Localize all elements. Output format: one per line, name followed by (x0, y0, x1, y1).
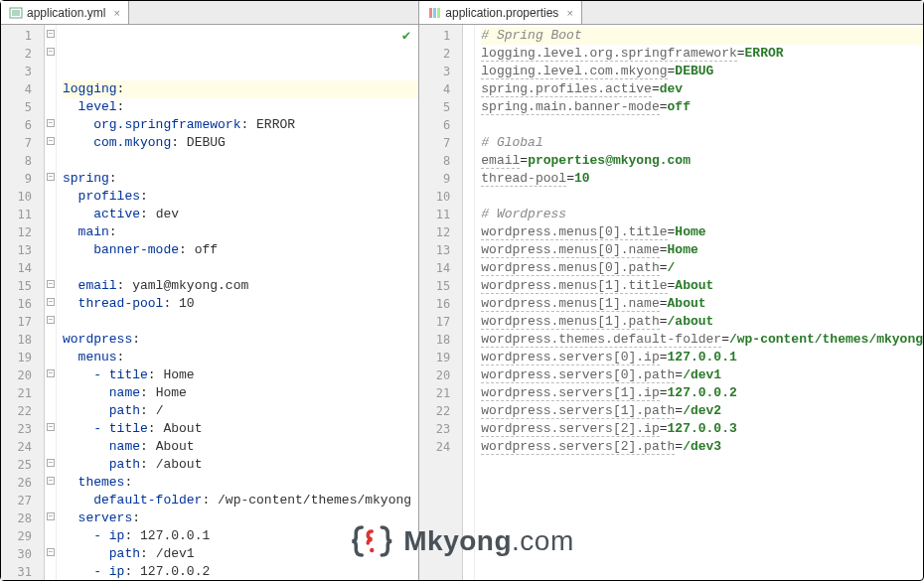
code-line[interactable]: thread-pool=10 (481, 170, 923, 188)
code-line[interactable]: default-folder: /wp-content/themes/mkyon… (63, 492, 418, 509)
code-line[interactable]: logging.level.org.springframework=ERROR (481, 45, 923, 63)
code-line[interactable]: - ip: 127.0.0.2 (63, 563, 418, 580)
code-line[interactable]: themes: (63, 474, 418, 492)
tab-label: application.yml (27, 6, 105, 20)
fold-toggle-icon[interactable]: − (47, 459, 55, 467)
fold-toggle-icon[interactable]: − (47, 30, 55, 38)
yaml-editor[interactable]: 1234567891011121314151617181920212223242… (1, 25, 418, 580)
close-icon[interactable]: × (113, 7, 119, 19)
line-number: 9 (1, 170, 32, 188)
code-line[interactable]: name: Home (63, 384, 418, 402)
code-line[interactable]: wordpress.menus[0].path=/ (481, 259, 923, 277)
code-line[interactable]: logging.level.com.mkyong=DEBUG (481, 63, 923, 80)
fold-toggle-icon[interactable]: − (47, 173, 55, 181)
code-line[interactable]: email=properties@mkyong.com (481, 152, 923, 170)
fold-toggle-icon[interactable]: − (47, 280, 55, 288)
code-line[interactable]: email: yaml@mkyong.com (63, 277, 418, 295)
right-editor-pane: application.properties × 123456789101112… (419, 1, 923, 580)
code-line[interactable]: wordpress: (63, 331, 418, 349)
tab-application-properties[interactable]: application.properties × (419, 1, 582, 24)
line-number: 13 (1, 241, 32, 259)
code-line[interactable]: org.springframework: ERROR (63, 116, 418, 134)
code-line[interactable]: servers: (63, 509, 418, 527)
code-line[interactable]: wordpress.menus[0].name=Home (481, 241, 923, 259)
line-number: 17 (1, 313, 32, 331)
line-number: 16 (419, 295, 450, 313)
code-line[interactable]: # Global (481, 134, 923, 152)
code-line[interactable]: menus: (63, 349, 418, 366)
fold-strip[interactable] (463, 25, 475, 580)
code-line[interactable]: main: (63, 223, 418, 241)
fold-toggle-icon[interactable]: − (47, 137, 55, 145)
code-line[interactable]: wordpress.servers[2].path=/dev3 (481, 438, 923, 456)
code-line[interactable]: level: (63, 98, 418, 116)
fold-strip[interactable]: −−−−−−−−−−−−−− (45, 25, 57, 580)
fold-toggle-icon[interactable]: − (47, 298, 55, 306)
code-line[interactable]: # Wordpress (481, 206, 923, 223)
line-number: 8 (419, 152, 450, 170)
fold-toggle-icon[interactable]: − (47, 548, 55, 556)
code-line[interactable]: spring: (63, 170, 418, 188)
fold-toggle-icon[interactable]: − (47, 369, 55, 377)
code-line[interactable]: wordpress.menus[0].title=Home (481, 223, 923, 241)
line-number: 18 (419, 331, 450, 349)
line-number: 18 (1, 331, 32, 349)
close-icon[interactable]: × (566, 7, 572, 19)
code-line[interactable]: wordpress.servers[1].ip=127.0.0.2 (481, 384, 923, 402)
line-gutter: 123456789101112131415161718192021222324 (419, 25, 463, 580)
tab-label: application.properties (445, 6, 558, 20)
line-number: 2 (1, 45, 32, 63)
line-number: 16 (1, 295, 32, 313)
properties-editor[interactable]: 123456789101112131415161718192021222324 … (419, 25, 923, 580)
checkmark-icon: ✔ (402, 27, 410, 45)
code-line[interactable] (481, 116, 923, 134)
line-number: 29 (1, 527, 32, 545)
fold-toggle-icon[interactable]: − (47, 119, 55, 127)
code-line[interactable] (63, 259, 418, 277)
svg-rect-6 (437, 8, 440, 18)
tab-bar-right: application.properties × (419, 1, 923, 25)
fold-toggle-icon[interactable]: − (47, 48, 55, 56)
code-line[interactable]: wordpress.themes.default-folder=/wp-cont… (481, 331, 923, 349)
fold-toggle-icon[interactable]: − (47, 512, 55, 520)
code-line[interactable]: wordpress.servers[1].path=/dev2 (481, 402, 923, 420)
code-area[interactable]: # Spring Bootlogging.level.org.springfra… (475, 25, 923, 580)
code-line[interactable]: name: About (63, 438, 418, 456)
code-line[interactable]: - title: About (63, 420, 418, 438)
code-line[interactable]: com.mkyong: DEBUG (63, 134, 418, 152)
code-line[interactable]: logging: (63, 80, 418, 98)
code-line[interactable]: wordpress.servers[0].path=/dev1 (481, 366, 923, 384)
fold-toggle-icon[interactable]: − (47, 316, 55, 324)
line-number: 15 (419, 277, 450, 295)
code-line[interactable]: wordpress.menus[1].name=About (481, 295, 923, 313)
code-line[interactable]: - title: Home (63, 366, 418, 384)
code-area[interactable]: ✔ logging: level: org.springframework: E… (57, 25, 418, 580)
code-line[interactable]: wordpress.servers[2].ip=127.0.0.3 (481, 420, 923, 438)
line-number: 13 (419, 241, 450, 259)
code-line[interactable] (63, 313, 418, 331)
code-line[interactable]: path: /about (63, 456, 418, 474)
line-number: 19 (1, 349, 32, 366)
code-line[interactable] (481, 188, 923, 206)
line-number: 21 (419, 384, 450, 402)
line-number: 12 (419, 223, 450, 241)
code-line[interactable]: profiles: (63, 188, 418, 206)
code-line[interactable]: active: dev (63, 206, 418, 223)
yaml-file-icon (9, 6, 23, 20)
code-line[interactable]: wordpress.servers[0].ip=127.0.0.1 (481, 349, 923, 366)
fold-toggle-icon[interactable]: − (47, 477, 55, 485)
fold-toggle-icon[interactable]: − (47, 423, 55, 431)
code-line[interactable]: spring.profiles.active=dev (481, 80, 923, 98)
code-line[interactable]: path: / (63, 402, 418, 420)
code-line[interactable]: spring.main.banner-mode=off (481, 98, 923, 116)
code-line[interactable]: wordpress.menus[1].title=About (481, 277, 923, 295)
code-line[interactable]: banner-mode: off (63, 241, 418, 259)
code-line[interactable]: path: /dev1 (63, 545, 418, 563)
line-number: 6 (1, 116, 32, 134)
code-line[interactable]: # Spring Boot (481, 27, 923, 45)
code-line[interactable]: thread-pool: 10 (63, 295, 418, 313)
code-line[interactable]: - ip: 127.0.0.1 (63, 527, 418, 545)
code-line[interactable] (63, 152, 418, 170)
tab-application-yml[interactable]: application.yml × (1, 1, 129, 24)
code-line[interactable]: wordpress.menus[1].path=/about (481, 313, 923, 331)
